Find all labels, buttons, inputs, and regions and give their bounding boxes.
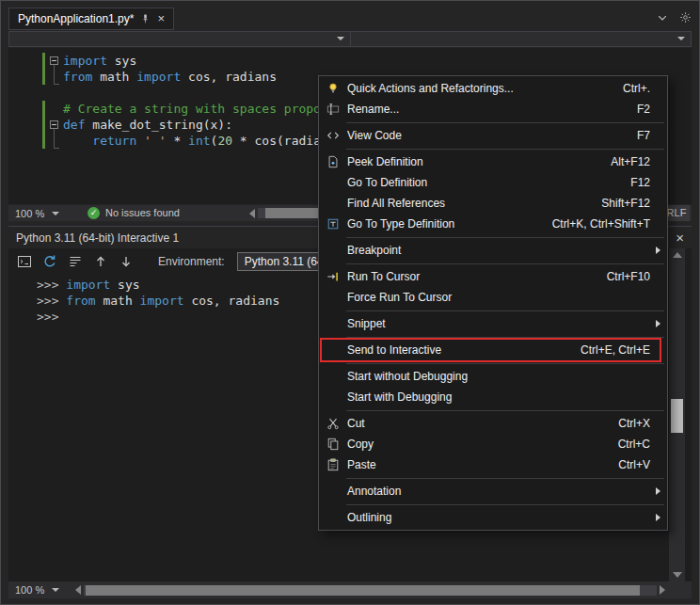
fold-region-line (54, 129, 59, 149)
tab-pythonapplication1[interactable]: PythonApplication1.py* × (8, 8, 174, 30)
scrollbar-thumb[interactable] (86, 585, 640, 596)
scrollbar-track[interactable] (84, 585, 657, 596)
close-icon[interactable]: × (157, 13, 165, 24)
zoom-select[interactable]: 100 % (8, 205, 66, 221)
lightbulb-icon (319, 82, 347, 95)
scroll-left-icon[interactable] (249, 209, 255, 218)
scrollbar-thumb[interactable] (671, 399, 683, 433)
close-icon[interactable]: × (676, 231, 684, 245)
zoom-select[interactable]: 100 % (8, 582, 66, 598)
menu-item-label: Quick Actions and Refactorings... (347, 82, 623, 95)
chevron-down-icon (52, 212, 59, 215)
settings-gear-icon[interactable] (679, 10, 692, 27)
menu-item[interactable]: View Code F7 (319, 125, 667, 146)
menu-item-shortcut: Ctrl+. (623, 82, 650, 95)
menu-item-label: Breakpoint (347, 244, 650, 257)
menu-item-shortcut: Ctrl+C (618, 438, 650, 451)
menu-item-shortcut: Shift+F12 (601, 197, 650, 210)
interactive-window-icon[interactable] (16, 253, 33, 270)
menu-item-shortcut: F7 (637, 129, 650, 142)
tab-title: PythonApplication1.py* (18, 12, 134, 25)
nav-dropdown-project[interactable] (9, 32, 350, 46)
menu-item[interactable]: Start with Debugging (319, 387, 667, 407)
interactive-horizontal-scrollbar[interactable] (75, 583, 665, 597)
reset-icon[interactable] (41, 253, 58, 270)
menu-item-label: Peek Definition (347, 155, 611, 168)
menu-item[interactable]: Start without Debugging (319, 366, 667, 387)
menu-item-label: Find All References (347, 197, 601, 210)
copy-icon (319, 438, 347, 451)
menu-item-label: Annotation (347, 485, 650, 498)
scroll-up-icon[interactable] (669, 248, 685, 262)
tab-strip: PythonApplication1.py* × (1, 1, 699, 30)
issues-status: No issues found (105, 207, 180, 218)
menu-item-shortcut: Ctrl+X (618, 417, 650, 430)
navigation-bar (8, 31, 692, 47)
menu-item-label: Outlining (347, 511, 650, 524)
menu-item[interactable]: Snippet (319, 313, 667, 334)
menu-item[interactable]: Annotation (319, 481, 667, 502)
change-tracking-bar (42, 53, 45, 85)
chevron-down-icon (337, 37, 344, 40)
menu-item-label: Rename... (347, 103, 637, 116)
menu-item[interactable]: Go To Type Definition Ctrl+K, Ctrl+Shift… (319, 214, 667, 234)
menu-item-label: Go To Type Definition (347, 217, 552, 231)
change-tracking-bar (42, 101, 45, 149)
menu-item[interactable]: Send to Interactive Ctrl+E, Ctrl+E (319, 340, 667, 360)
menu-item[interactable]: Cut Ctrl+X (319, 413, 667, 434)
menu-item[interactable]: Rename... F2 (319, 99, 667, 119)
fold-collapse-icon[interactable] (50, 120, 58, 129)
menu-item-shortcut: Ctrl+F10 (607, 270, 650, 283)
nav-dropdown-member[interactable] (350, 32, 692, 46)
menu-item-label: Go To Definition (347, 176, 630, 189)
menu-item[interactable]: Outlining (319, 507, 667, 528)
menu-item-label: Send to Interactive (347, 343, 581, 357)
menu-item-label: Start without Debugging (347, 370, 650, 383)
fold-collapse-icon[interactable] (50, 56, 58, 65)
submenu-arrow-icon (656, 514, 660, 521)
menu-item[interactable]: Quick Actions and Refactorings... Ctrl+. (319, 78, 667, 99)
history-next-icon[interactable] (118, 253, 135, 270)
chevron-down-icon (52, 588, 59, 592)
scroll-left-icon[interactable] (75, 585, 81, 595)
menu-item[interactable]: Copy Ctrl+C (319, 434, 667, 454)
menu-item[interactable]: Paste Ctrl+V (319, 454, 667, 475)
tabstrip-icons (657, 10, 692, 27)
menu-item-shortcut: Alt+F12 (611, 155, 650, 168)
menu-item[interactable]: Peek Definition Alt+F12 (319, 151, 667, 172)
goto-type-icon (319, 217, 347, 231)
interactive-vertical-scrollbar[interactable] (669, 248, 685, 581)
peek-icon (319, 155, 347, 168)
code-line: import sys (63, 53, 692, 69)
menu-item-label: Force Run To Cursor (347, 291, 650, 304)
menu-item-label: Paste (347, 458, 618, 471)
panel-title: Python 3.11 (64-bit) Interactive 1 (16, 231, 179, 245)
interactive-status-bar: 100 % (8, 581, 692, 598)
submenu-arrow-icon (656, 487, 660, 495)
menu-item-label: Copy (347, 438, 618, 451)
chevron-down-icon[interactable] (657, 10, 668, 27)
clear-all-icon[interactable] (67, 253, 84, 270)
chevron-down-icon (677, 37, 685, 40)
pin-icon[interactable] (140, 13, 151, 24)
view-code-icon (319, 129, 347, 142)
menu-item-label: Run To Cursor (347, 270, 607, 283)
menu-item-shortcut: Ctrl+K, Ctrl+Shift+T (552, 217, 650, 231)
scroll-right-icon[interactable] (660, 585, 665, 595)
zoom-value: 100 % (15, 208, 44, 219)
vs-window: PythonApplication1.py* × import sy (0, 0, 700, 605)
menu-item[interactable]: Run To Cursor Ctrl+F10 (319, 266, 667, 287)
context-menu: Quick Actions and Refactorings... Ctrl+.… (318, 75, 668, 531)
menu-item[interactable]: Force Run To Cursor (319, 287, 667, 308)
submenu-arrow-icon (656, 320, 660, 327)
menu-item[interactable]: Find All References Shift+F12 (319, 193, 667, 214)
menu-item[interactable]: Go To Definition F12 (319, 172, 667, 193)
menu-item-label: Snippet (347, 317, 650, 330)
menu-item[interactable]: Breakpoint (319, 240, 667, 261)
history-previous-icon[interactable] (92, 253, 109, 270)
submenu-arrow-icon (656, 247, 660, 254)
scroll-down-icon[interactable] (669, 568, 685, 581)
no-issues-icon: ✓ (88, 207, 100, 219)
environment-label: Environment: (158, 255, 225, 268)
menu-item-label: Cut (347, 417, 618, 430)
